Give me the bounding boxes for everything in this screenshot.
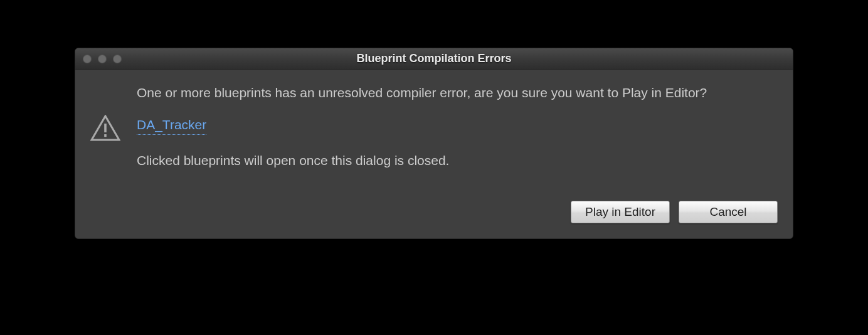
warning-icon-wrap	[90, 83, 123, 144]
maximize-window-icon[interactable]	[113, 55, 122, 63]
play-in-editor-button[interactable]: Play in Editor	[571, 201, 670, 223]
minimize-window-icon[interactable]	[98, 55, 107, 63]
dialog-window: Blueprint Compilation Errors One or more…	[75, 48, 793, 239]
titlebar[interactable]: Blueprint Compilation Errors	[75, 48, 793, 70]
warning-icon	[90, 115, 123, 144]
messages: One or more blueprints has an unresolved…	[137, 83, 778, 169]
message-row: One or more blueprints has an unresolved…	[90, 83, 778, 169]
dialog-content: One or more blueprints has an unresolved…	[75, 70, 793, 238]
window-controls	[75, 55, 122, 63]
button-row: Play in Editor Cancel	[90, 201, 778, 223]
secondary-message: Clicked blueprints will open once this d…	[137, 151, 778, 169]
close-window-icon[interactable]	[83, 55, 92, 63]
blueprint-link[interactable]: DA_Tracker	[137, 115, 206, 134]
cancel-button[interactable]: Cancel	[679, 201, 778, 223]
dialog-title: Blueprint Compilation Errors	[75, 52, 793, 65]
svg-rect-0	[104, 124, 107, 132]
primary-message: One or more blueprints has an unresolved…	[137, 83, 778, 102]
svg-rect-1	[104, 134, 107, 137]
